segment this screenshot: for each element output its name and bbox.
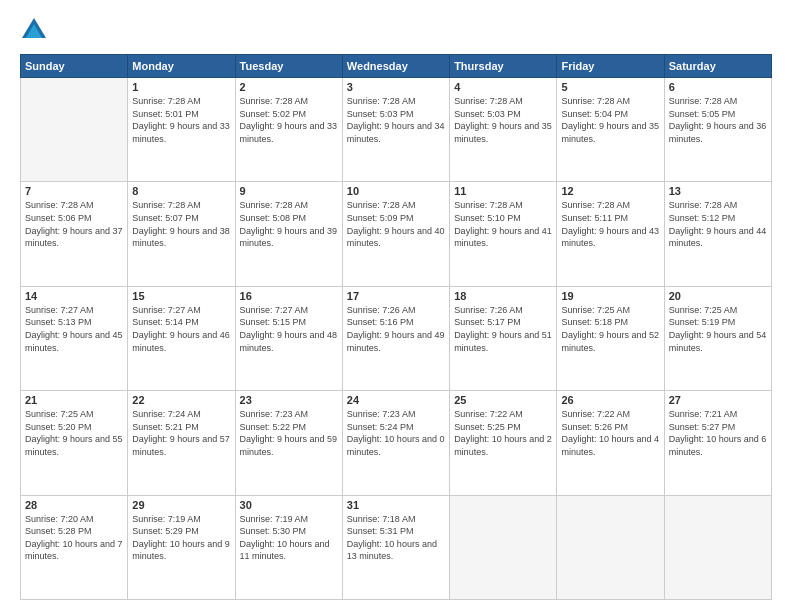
- calendar-body: 1 Sunrise: 7:28 AMSunset: 5:01 PMDayligh…: [21, 78, 772, 600]
- day-number: 31: [347, 499, 445, 511]
- day-cell: 19 Sunrise: 7:25 AMSunset: 5:18 PMDaylig…: [557, 286, 664, 390]
- day-cell: 29 Sunrise: 7:19 AMSunset: 5:29 PMDaylig…: [128, 495, 235, 599]
- day-cell: 30 Sunrise: 7:19 AMSunset: 5:30 PMDaylig…: [235, 495, 342, 599]
- day-info: Sunrise: 7:22 AMSunset: 5:25 PMDaylight:…: [454, 408, 552, 458]
- day-info: Sunrise: 7:26 AMSunset: 5:16 PMDaylight:…: [347, 304, 445, 354]
- day-number: 16: [240, 290, 338, 302]
- weekday-header: Thursday: [450, 55, 557, 78]
- day-info: Sunrise: 7:28 AMSunset: 5:02 PMDaylight:…: [240, 95, 338, 145]
- day-cell: 4 Sunrise: 7:28 AMSunset: 5:03 PMDayligh…: [450, 78, 557, 182]
- weekday-header: Saturday: [664, 55, 771, 78]
- day-number: 15: [132, 290, 230, 302]
- day-info: Sunrise: 7:28 AMSunset: 5:08 PMDaylight:…: [240, 199, 338, 249]
- day-number: 24: [347, 394, 445, 406]
- day-info: Sunrise: 7:25 AMSunset: 5:19 PMDaylight:…: [669, 304, 767, 354]
- day-cell: 15 Sunrise: 7:27 AMSunset: 5:14 PMDaylig…: [128, 286, 235, 390]
- weekday-header: Tuesday: [235, 55, 342, 78]
- day-info: Sunrise: 7:23 AMSunset: 5:24 PMDaylight:…: [347, 408, 445, 458]
- day-number: 25: [454, 394, 552, 406]
- day-cell: 5 Sunrise: 7:28 AMSunset: 5:04 PMDayligh…: [557, 78, 664, 182]
- day-info: Sunrise: 7:20 AMSunset: 5:28 PMDaylight:…: [25, 513, 123, 563]
- week-row: 28 Sunrise: 7:20 AMSunset: 5:28 PMDaylig…: [21, 495, 772, 599]
- day-info: Sunrise: 7:28 AMSunset: 5:03 PMDaylight:…: [347, 95, 445, 145]
- day-cell: 23 Sunrise: 7:23 AMSunset: 5:22 PMDaylig…: [235, 391, 342, 495]
- day-cell: 16 Sunrise: 7:27 AMSunset: 5:15 PMDaylig…: [235, 286, 342, 390]
- day-info: Sunrise: 7:21 AMSunset: 5:27 PMDaylight:…: [669, 408, 767, 458]
- day-info: Sunrise: 7:28 AMSunset: 5:12 PMDaylight:…: [669, 199, 767, 249]
- day-info: Sunrise: 7:27 AMSunset: 5:14 PMDaylight:…: [132, 304, 230, 354]
- day-cell: 14 Sunrise: 7:27 AMSunset: 5:13 PMDaylig…: [21, 286, 128, 390]
- day-cell: [664, 495, 771, 599]
- day-cell: [557, 495, 664, 599]
- day-number: 9: [240, 185, 338, 197]
- day-cell: 10 Sunrise: 7:28 AMSunset: 5:09 PMDaylig…: [342, 182, 449, 286]
- logo: [20, 16, 52, 44]
- day-number: 8: [132, 185, 230, 197]
- day-cell: 27 Sunrise: 7:21 AMSunset: 5:27 PMDaylig…: [664, 391, 771, 495]
- header: [20, 16, 772, 44]
- calendar-header: SundayMondayTuesdayWednesdayThursdayFrid…: [21, 55, 772, 78]
- day-number: 22: [132, 394, 230, 406]
- day-info: Sunrise: 7:23 AMSunset: 5:22 PMDaylight:…: [240, 408, 338, 458]
- day-number: 26: [561, 394, 659, 406]
- day-info: Sunrise: 7:27 AMSunset: 5:15 PMDaylight:…: [240, 304, 338, 354]
- day-cell: 22 Sunrise: 7:24 AMSunset: 5:21 PMDaylig…: [128, 391, 235, 495]
- week-row: 7 Sunrise: 7:28 AMSunset: 5:06 PMDayligh…: [21, 182, 772, 286]
- day-cell: [450, 495, 557, 599]
- day-cell: 3 Sunrise: 7:28 AMSunset: 5:03 PMDayligh…: [342, 78, 449, 182]
- day-info: Sunrise: 7:28 AMSunset: 5:06 PMDaylight:…: [25, 199, 123, 249]
- page: SundayMondayTuesdayWednesdayThursdayFrid…: [0, 0, 792, 612]
- day-number: 3: [347, 81, 445, 93]
- weekday-header: Sunday: [21, 55, 128, 78]
- day-info: Sunrise: 7:26 AMSunset: 5:17 PMDaylight:…: [454, 304, 552, 354]
- day-number: 29: [132, 499, 230, 511]
- day-cell: 9 Sunrise: 7:28 AMSunset: 5:08 PMDayligh…: [235, 182, 342, 286]
- day-info: Sunrise: 7:28 AMSunset: 5:05 PMDaylight:…: [669, 95, 767, 145]
- day-number: 28: [25, 499, 123, 511]
- day-info: Sunrise: 7:19 AMSunset: 5:30 PMDaylight:…: [240, 513, 338, 563]
- day-info: Sunrise: 7:28 AMSunset: 5:04 PMDaylight:…: [561, 95, 659, 145]
- day-number: 21: [25, 394, 123, 406]
- day-number: 2: [240, 81, 338, 93]
- day-cell: 8 Sunrise: 7:28 AMSunset: 5:07 PMDayligh…: [128, 182, 235, 286]
- day-cell: 21 Sunrise: 7:25 AMSunset: 5:20 PMDaylig…: [21, 391, 128, 495]
- day-cell: 20 Sunrise: 7:25 AMSunset: 5:19 PMDaylig…: [664, 286, 771, 390]
- day-number: 12: [561, 185, 659, 197]
- weekday-header: Wednesday: [342, 55, 449, 78]
- day-number: 14: [25, 290, 123, 302]
- day-number: 4: [454, 81, 552, 93]
- day-number: 17: [347, 290, 445, 302]
- day-number: 30: [240, 499, 338, 511]
- week-row: 21 Sunrise: 7:25 AMSunset: 5:20 PMDaylig…: [21, 391, 772, 495]
- weekday-row: SundayMondayTuesdayWednesdayThursdayFrid…: [21, 55, 772, 78]
- day-info: Sunrise: 7:28 AMSunset: 5:09 PMDaylight:…: [347, 199, 445, 249]
- day-number: 10: [347, 185, 445, 197]
- day-cell: 11 Sunrise: 7:28 AMSunset: 5:10 PMDaylig…: [450, 182, 557, 286]
- day-info: Sunrise: 7:28 AMSunset: 5:03 PMDaylight:…: [454, 95, 552, 145]
- weekday-header: Friday: [557, 55, 664, 78]
- week-row: 1 Sunrise: 7:28 AMSunset: 5:01 PMDayligh…: [21, 78, 772, 182]
- day-number: 6: [669, 81, 767, 93]
- logo-icon: [20, 16, 48, 44]
- day-number: 18: [454, 290, 552, 302]
- day-cell: 12 Sunrise: 7:28 AMSunset: 5:11 PMDaylig…: [557, 182, 664, 286]
- day-number: 7: [25, 185, 123, 197]
- day-info: Sunrise: 7:25 AMSunset: 5:18 PMDaylight:…: [561, 304, 659, 354]
- day-cell: 26 Sunrise: 7:22 AMSunset: 5:26 PMDaylig…: [557, 391, 664, 495]
- day-cell: 25 Sunrise: 7:22 AMSunset: 5:25 PMDaylig…: [450, 391, 557, 495]
- day-cell: 24 Sunrise: 7:23 AMSunset: 5:24 PMDaylig…: [342, 391, 449, 495]
- day-cell: 31 Sunrise: 7:18 AMSunset: 5:31 PMDaylig…: [342, 495, 449, 599]
- day-info: Sunrise: 7:28 AMSunset: 5:11 PMDaylight:…: [561, 199, 659, 249]
- day-info: Sunrise: 7:28 AMSunset: 5:10 PMDaylight:…: [454, 199, 552, 249]
- day-cell: 7 Sunrise: 7:28 AMSunset: 5:06 PMDayligh…: [21, 182, 128, 286]
- day-number: 20: [669, 290, 767, 302]
- day-number: 5: [561, 81, 659, 93]
- day-info: Sunrise: 7:28 AMSunset: 5:01 PMDaylight:…: [132, 95, 230, 145]
- day-cell: 1 Sunrise: 7:28 AMSunset: 5:01 PMDayligh…: [128, 78, 235, 182]
- day-cell: 28 Sunrise: 7:20 AMSunset: 5:28 PMDaylig…: [21, 495, 128, 599]
- day-info: Sunrise: 7:19 AMSunset: 5:29 PMDaylight:…: [132, 513, 230, 563]
- day-number: 11: [454, 185, 552, 197]
- day-info: Sunrise: 7:18 AMSunset: 5:31 PMDaylight:…: [347, 513, 445, 563]
- calendar: SundayMondayTuesdayWednesdayThursdayFrid…: [20, 54, 772, 600]
- day-number: 27: [669, 394, 767, 406]
